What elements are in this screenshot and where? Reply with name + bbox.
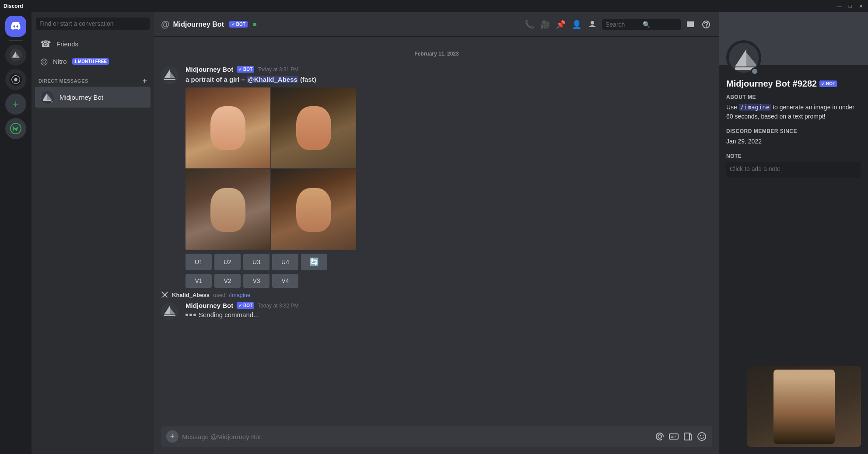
about-me-title: ABOUT ME: [726, 94, 861, 100]
typing-indicator: Sending command...: [186, 311, 712, 318]
emoji-icon[interactable]: [696, 431, 707, 442]
midjourney-bot-avatar: [40, 90, 54, 104]
refresh-button[interactable]: 🔄: [301, 254, 327, 270]
friends-label: Friends: [56, 40, 78, 48]
profile-button[interactable]: [586, 18, 598, 31]
imagine-command-ref: /imagine: [739, 104, 771, 111]
explore-servers-button[interactable]: [5, 118, 26, 139]
svg-rect-17: [684, 433, 690, 440]
variation-v4-button[interactable]: V4: [272, 274, 298, 288]
message-1: Midjourney Bot ✓ BOT Today at 3:31 PM a …: [154, 64, 719, 290]
message-1-content: Midjourney Bot ✓ BOT Today at 3:31 PM a …: [186, 66, 712, 288]
portrait-image-2: [271, 87, 356, 168]
ai-image-grid: [186, 87, 356, 250]
add-server-button[interactable]: +: [5, 94, 26, 115]
channel-name: Midjourney Bot: [173, 21, 224, 28]
about-me-section: ABOUT ME Use /imagine to generate an ima…: [726, 94, 861, 121]
date-divider: February 11, 2023: [154, 47, 719, 60]
search-icon: 🔍: [643, 21, 677, 28]
sticker-icon[interactable]: [682, 431, 693, 442]
direct-messages-header: DIRECT MESSAGES +: [32, 70, 154, 87]
mention-icon[interactable]: [654, 431, 665, 442]
message-1-header: Midjourney Bot ✓ BOT Today at 3:31 PM: [186, 66, 712, 73]
video-content: [747, 366, 861, 447]
dm-status-indicator: [50, 100, 54, 104]
profile-bot-badge: ✓ BOT: [819, 80, 837, 87]
maximize-button[interactable]: □: [846, 2, 854, 10]
upscale-u4-button[interactable]: U4: [272, 254, 298, 270]
member-since-title: DISCORD MEMBER SINCE: [726, 128, 861, 134]
nitro-icon: ◎: [40, 56, 48, 66]
member-since-date: Jan 29, 2022: [726, 137, 861, 146]
profile-header-bg: [719, 12, 868, 65]
add-member-button[interactable]: 👤: [570, 18, 583, 31]
message-2: Midjourney Bot ✓ BOT Today at 3:32 PM Se…: [154, 300, 719, 322]
main-chat: @ Midjourney Bot ✓ BOT 📞 🎥 📌 👤 Search 🔍: [154, 12, 719, 454]
guild-icon-1[interactable]: [5, 45, 26, 66]
typing-dot-3: [193, 314, 196, 316]
friends-icon: ☎: [40, 38, 51, 49]
dm-search-container: [32, 12, 154, 35]
video-overlay: [747, 366, 861, 447]
search-input[interactable]: [36, 17, 150, 30]
upscale-u2-button[interactable]: U2: [214, 254, 241, 270]
search-bar[interactable]: Search 🔍: [602, 19, 681, 30]
message-1-timestamp: Today at 3:31 PM: [258, 66, 298, 73]
note-title: NOTE: [726, 153, 861, 159]
profile-name-row: Midjourney Bot #9282 ✓ BOT: [726, 79, 861, 89]
variation-v2-button[interactable]: V2: [214, 274, 241, 288]
add-dm-button[interactable]: +: [143, 77, 147, 85]
search-placeholder: Search: [606, 21, 640, 28]
variation-v3-button[interactable]: V3: [243, 274, 270, 288]
svg-text:GIF: GIF: [671, 435, 676, 439]
discord-home-button[interactable]: [5, 16, 26, 37]
portrait-image-3: [186, 169, 270, 250]
dm-user-midjourney[interactable]: Midjourney Bot: [35, 87, 150, 108]
profile-tag: #9282: [793, 79, 817, 89]
system-msg-command: /imagine: [229, 292, 250, 298]
svg-point-18: [698, 433, 706, 440]
bot-avatar-msg2: [161, 303, 178, 320]
sending-text: Sending command...: [199, 311, 259, 318]
phone-call-button[interactable]: 📞: [523, 18, 536, 31]
system-message: ⚔️ Khalid_Abess used /imagine: [154, 290, 719, 300]
system-msg-user: Khalid_Abess: [172, 292, 210, 298]
note-field[interactable]: Click to add a note: [726, 162, 861, 178]
guild-separator: [9, 40, 23, 41]
upscale-u1-button[interactable]: U1: [186, 254, 212, 270]
video-person: [774, 370, 835, 444]
gif-icon[interactable]: GIF: [668, 431, 679, 442]
direct-messages-label: DIRECT MESSAGES: [38, 78, 88, 84]
svg-rect-1: [12, 57, 19, 58]
help-button[interactable]: [700, 18, 712, 31]
friends-nav-item[interactable]: ☎ Friends: [35, 35, 150, 52]
dm-username: Midjourney Bot: [60, 94, 103, 101]
message-1-bot-badge: ✓ BOT: [237, 66, 254, 73]
verified-bot-badge: ✓ BOT: [229, 21, 248, 28]
svg-rect-11: [164, 79, 175, 80]
nitro-label: Nitro: [53, 58, 67, 65]
profile-name: Midjourney Bot: [726, 79, 790, 89]
msg-mention: @Khalid_Abess: [247, 76, 298, 83]
pin-button[interactable]: 📌: [555, 18, 567, 31]
svg-point-4: [14, 78, 18, 81]
message-2-content: Midjourney Bot ✓ BOT Today at 3:32 PM Se…: [186, 302, 712, 320]
typing-dot-2: [189, 314, 192, 316]
inbox-button[interactable]: [684, 18, 696, 31]
app-container: + ☎ Friends ◎ Nitro 1 MONTH FREE DIRECT …: [0, 12, 868, 454]
close-button[interactable]: ✕: [857, 2, 864, 10]
variation-v1-button[interactable]: V1: [186, 274, 212, 288]
guild-icon-2[interactable]: [5, 69, 26, 90]
dm-sidebar: ☎ Friends ◎ Nitro 1 MONTH FREE DIRECT ME…: [32, 12, 154, 454]
svg-rect-13: [164, 315, 175, 316]
nitro-badge: 1 MONTH FREE: [72, 58, 109, 65]
online-status-dot: [253, 23, 256, 26]
minimize-button[interactable]: —: [836, 2, 844, 10]
msg-text-bold: a portrait of a girl – @Khalid_Abess (fa…: [186, 76, 316, 83]
video-call-button[interactable]: 🎥: [539, 18, 551, 31]
attach-file-button[interactable]: +: [166, 430, 178, 443]
nitro-nav-item[interactable]: ◎ Nitro 1 MONTH FREE: [35, 52, 150, 70]
message-input[interactable]: [182, 433, 651, 440]
upscale-u3-button[interactable]: U3: [243, 254, 270, 270]
member-since-section: DISCORD MEMBER SINCE Jan 29, 2022: [726, 128, 861, 146]
